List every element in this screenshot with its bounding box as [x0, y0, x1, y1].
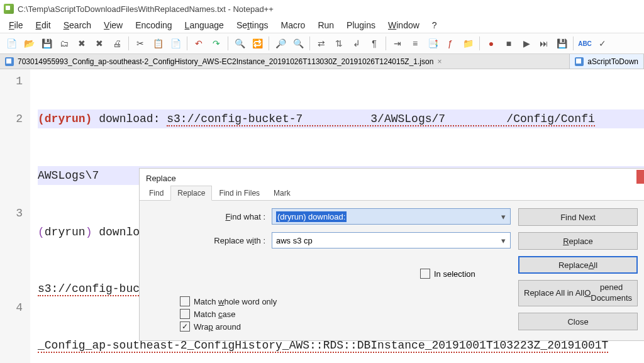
find-icon[interactable]: 🔍	[232, 36, 247, 51]
menu-language[interactable]: Language	[179, 18, 230, 32]
dialog-close-icon[interactable]	[636, 170, 644, 184]
spell-icon[interactable]: ABC	[577, 36, 592, 51]
zoomout-icon[interactable]: 🔍	[291, 36, 306, 51]
menu-window[interactable]: Window	[382, 18, 426, 32]
in-selection-label: In selection	[434, 269, 475, 279]
findwhat-value: (dryrun) download:	[276, 211, 347, 222]
close-icon[interactable]: ✖	[74, 36, 89, 51]
dialog-buttons: Find Next Replace Replace All Replace Al…	[518, 208, 638, 330]
toolbar: 📄 📂 💾 🗂 ✖ ✖ 🖨 ✂ 📋 📄 ↶ ↷ 🔍 🔁 🔎 🔍 ⇄ ⇅ ↲ ¶ …	[0, 33, 644, 54]
copy-icon[interactable]: 📋	[150, 36, 165, 51]
doc-tab-1[interactable]: 703014955993_Config_ap-southeast-2_Confi…	[0, 54, 570, 69]
replace-icon[interactable]: 🔁	[250, 36, 265, 51]
cut-icon[interactable]: ✂	[133, 36, 148, 51]
new-icon[interactable]: 📄	[4, 36, 19, 51]
doc-icon	[575, 57, 584, 66]
play-icon[interactable]: ▶	[519, 36, 534, 51]
app-icon	[4, 4, 14, 14]
doc-tab-2-label: aScriptToDown	[587, 57, 638, 66]
paste-icon[interactable]: 📄	[168, 36, 183, 51]
open-icon[interactable]: 📂	[21, 36, 36, 51]
window-title: C:\Temp\aScriptToDownloadFilesWithReplac…	[18, 4, 274, 14]
menu-view[interactable]: View	[97, 18, 129, 32]
playm-icon[interactable]: ⏭	[536, 36, 552, 51]
findwhat-label: Find what :	[146, 212, 272, 221]
line-number: 4	[0, 298, 23, 317]
menu-file[interactable]: File	[3, 18, 30, 32]
chevron-down-icon[interactable]: ▾	[497, 234, 509, 247]
document-tabs: 703014955993_Config_ap-southeast-2_Confi…	[0, 54, 644, 69]
folder-icon[interactable]: 📁	[460, 36, 475, 51]
zoomin-icon[interactable]: 🔎	[273, 36, 288, 51]
wrap-label: Wrap around	[194, 322, 241, 332]
allchars-icon[interactable]: ¶	[367, 36, 382, 51]
sync-icon[interactable]: ⇄	[314, 36, 329, 51]
redo-icon[interactable]: ↷	[209, 36, 224, 51]
line-number: 2	[0, 109, 23, 128]
save-icon[interactable]: 💾	[39, 36, 54, 51]
indent-icon[interactable]: ⇥	[390, 36, 405, 51]
dialog-title: Replace	[140, 170, 644, 186]
line-number: 1	[0, 72, 23, 91]
doc-icon	[5, 57, 14, 66]
checkbox-icon[interactable]	[180, 309, 190, 319]
menu-edit[interactable]: Edit	[30, 18, 57, 32]
savem-icon[interactable]: 💾	[554, 36, 569, 51]
guide-icon[interactable]: ≡	[408, 36, 423, 51]
menu-plugins[interactable]: Plugins	[340, 18, 382, 32]
find-next-button[interactable]: Find Next	[518, 208, 638, 226]
stop-icon[interactable]: ■	[501, 36, 516, 51]
wrap-icon[interactable]: ↲	[349, 36, 364, 51]
chevron-down-icon[interactable]: ▾	[497, 210, 509, 223]
replace-all-button[interactable]: Replace All	[518, 256, 638, 274]
undo-icon[interactable]: ↶	[191, 36, 206, 51]
gutter: 1 2 3 4	[0, 69, 30, 363]
titlebar: C:\Temp\aScriptToDownloadFilesWithReplac…	[0, 0, 644, 18]
replacewith-input[interactable]: aws s3 cp ▾	[272, 232, 511, 249]
sync2-icon[interactable]: ⇅	[331, 36, 347, 51]
in-selection-checkbox[interactable]: In selection	[420, 269, 475, 279]
menubar: File Edit Search View Encoding Language …	[0, 18, 644, 33]
menu-run[interactable]: Run	[311, 18, 340, 32]
menu-help[interactable]: ?	[426, 18, 443, 32]
menu-search[interactable]: Search	[57, 18, 97, 32]
func-icon[interactable]: ƒ	[443, 36, 458, 51]
menu-encoding[interactable]: Encoding	[129, 18, 178, 32]
matchcase-label: Match case	[194, 310, 235, 319]
findwhat-input[interactable]: (dryrun) download: ▾	[272, 208, 511, 225]
doc-tab-1-label: 703014955993_Config_ap-southeast-2_Confi…	[18, 57, 433, 66]
tab-replace[interactable]: Replace	[170, 186, 212, 201]
dialog-tabs: Find Replace Find in Files Mark	[140, 186, 644, 201]
tab-mark[interactable]: Mark	[267, 186, 297, 201]
replace-dialog: Replace Find Replace Find in Files Mark …	[140, 169, 644, 340]
tab-find[interactable]: Find	[142, 186, 170, 201]
closeall-icon[interactable]: ✖	[92, 36, 107, 51]
spell2-icon[interactable]: ✓	[595, 36, 610, 51]
menu-settings[interactable]: Settings	[230, 18, 275, 32]
matchword-label: Match whole word only	[194, 297, 277, 306]
line-number: 3	[0, 204, 23, 223]
close-icon[interactable]: ×	[437, 57, 441, 66]
checkbox-icon[interactable]	[420, 269, 430, 279]
doc-tab-2[interactable]: aScriptToDown	[570, 54, 644, 69]
close-button[interactable]: Close	[518, 313, 638, 330]
tab-findinfiles[interactable]: Find in Files	[212, 186, 267, 201]
saveall-icon[interactable]: 🗂	[57, 36, 72, 51]
replacewith-value: aws s3 cp	[276, 236, 313, 245]
menu-macro[interactable]: Macro	[275, 18, 312, 32]
replacewith-label: Replace with :	[146, 236, 272, 245]
replace-all-open-button[interactable]: Replace All in All OpenedDocuments	[518, 280, 638, 306]
rec-icon[interactable]: ●	[484, 36, 499, 51]
replace-button[interactable]: Replace	[518, 232, 638, 250]
print-icon[interactable]: 🖨	[109, 36, 125, 51]
checkbox-icon[interactable]: ✓	[180, 321, 190, 332]
checkbox-icon[interactable]	[180, 296, 190, 306]
doc-icon[interactable]: 📑	[425, 36, 440, 51]
